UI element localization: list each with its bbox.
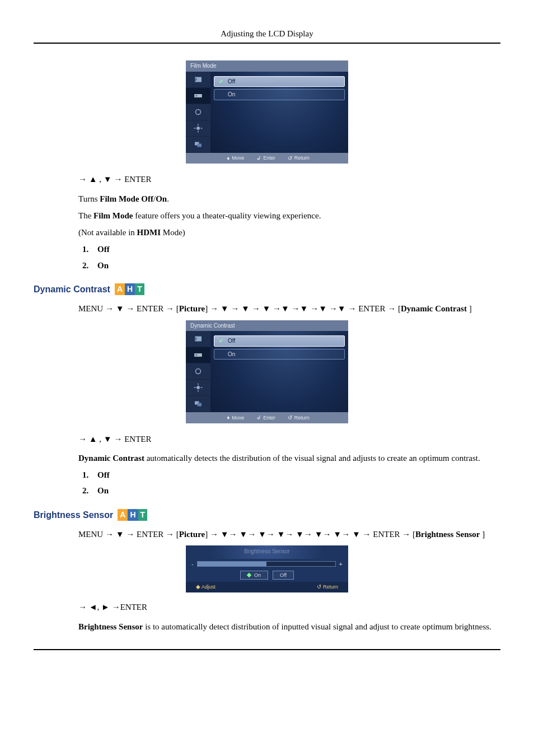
return-icon: ↺ bbox=[288, 414, 292, 422]
osd-option-label: On bbox=[228, 91, 235, 99]
film-mode-desc-3: (Not available in HDMI Mode) bbox=[78, 227, 500, 238]
svg-rect-0 bbox=[194, 94, 202, 97]
osd-option-on[interactable]: On bbox=[214, 349, 345, 360]
osd-brightness-sensor: Brightness Sensor - + On Off ◆ Adjust ↺ … bbox=[34, 545, 500, 592]
osd-title: Film Mode bbox=[186, 60, 348, 72]
nav-instruction: → ▲ , ▼ → ENTER bbox=[78, 174, 500, 185]
aht-badge: AHT bbox=[115, 283, 144, 295]
osd-title: Brightness Sensor bbox=[186, 545, 348, 559]
sidebar-multi-icon bbox=[186, 396, 210, 412]
osd-footer: ◆ Adjust ↺ Return bbox=[186, 582, 348, 593]
dynamic-contrast-desc: Dynamic Contrast automatically detects t… bbox=[78, 452, 500, 464]
svg-point-1 bbox=[196, 95, 198, 96]
adjust-icon: ◆ bbox=[196, 584, 200, 590]
bar-minus: - bbox=[191, 560, 194, 568]
osd-main-panel: ✔Off On bbox=[210, 72, 348, 153]
menu-path-brightness-sensor: MENU → ▼ → ENTER → [Picture] → ▼→ ▼→ ▼→ … bbox=[78, 529, 500, 540]
film-mode-desc-2: The Film Mode feature offers you a theat… bbox=[78, 210, 500, 221]
enter-icon: ↲ bbox=[256, 414, 261, 422]
enter-icon: ↲ bbox=[256, 155, 261, 162]
nav-instruction: → ◄, ► →ENTER bbox=[78, 601, 500, 613]
film-mode-options-list: Off On bbox=[78, 244, 500, 271]
osd-option-label: On bbox=[228, 351, 235, 358]
svg-rect-11 bbox=[198, 403, 202, 407]
osd-option-off[interactable]: ✔Off bbox=[214, 335, 345, 347]
sidebar-picture-icon bbox=[186, 331, 210, 347]
return-icon: ↺ bbox=[317, 584, 321, 590]
osd-footer: ♦Move ↲Enter ↺Return bbox=[186, 153, 348, 164]
svg-point-7 bbox=[196, 354, 198, 356]
osd-option-label: Off bbox=[228, 337, 235, 345]
footer-divider bbox=[34, 649, 500, 650]
dynamic-contrast-options-list: Off On bbox=[78, 469, 500, 497]
svg-rect-6 bbox=[194, 353, 202, 357]
aht-badge: AHT bbox=[118, 509, 147, 521]
svg-point-8 bbox=[196, 369, 201, 374]
move-icon: ♦ bbox=[227, 414, 229, 422]
osd-main-panel: ✔Off On bbox=[210, 331, 348, 412]
bar-plus: + bbox=[339, 560, 343, 568]
move-icon: ♦ bbox=[227, 155, 229, 162]
svg-point-2 bbox=[196, 109, 201, 114]
list-item: On bbox=[91, 485, 500, 496]
sidebar-sound-icon bbox=[186, 104, 210, 120]
section-brightness-sensor: Brightness Sensor AHT bbox=[34, 509, 500, 521]
sidebar-setup-icon bbox=[186, 380, 210, 396]
return-icon: ↺ bbox=[288, 155, 292, 162]
osd-footer: ♦Move ↲Enter ↺Return bbox=[186, 412, 348, 423]
list-item: Off bbox=[91, 244, 500, 255]
section-dynamic-contrast: Dynamic Contrast AHT bbox=[34, 283, 500, 296]
menu-path-dynamic-contrast: MENU → ▼ → ENTER → [Picture] → ▼ → ▼ → ▼… bbox=[78, 303, 500, 314]
brightness-on-button[interactable]: On bbox=[240, 571, 268, 580]
osd-film-mode: Film Mode ✔Off On ♦Move ↲Enter ↺Return bbox=[34, 60, 500, 164]
osd-sidebar bbox=[186, 72, 210, 153]
svg-rect-5 bbox=[198, 143, 202, 147]
page-header: Adjusting the LCD Display bbox=[34, 28, 500, 44]
nav-instruction: → ▲ , ▼ → ENTER bbox=[78, 433, 500, 445]
sidebar-sound-icon bbox=[186, 363, 210, 380]
sidebar-input-icon bbox=[186, 88, 210, 104]
osd-option-label: Off bbox=[228, 78, 235, 86]
osd-dynamic-contrast: Dynamic Contrast ✔Off On ♦Move ↲Enter ↺R… bbox=[34, 320, 500, 423]
svg-point-3 bbox=[196, 127, 200, 130]
osd-title: Dynamic Contrast bbox=[186, 320, 348, 332]
list-item: On bbox=[91, 260, 500, 271]
brightness-sensor-desc: Brightness Sensor is to automatically de… bbox=[78, 621, 500, 632]
film-mode-desc-1: Turns Film Mode Off/On. bbox=[78, 193, 500, 204]
osd-option-off[interactable]: ✔Off bbox=[214, 76, 345, 87]
sidebar-setup-icon bbox=[186, 120, 210, 137]
osd-option-on[interactable]: On bbox=[214, 89, 345, 100]
brightness-off-button[interactable]: Off bbox=[273, 571, 294, 580]
brightness-bar[interactable]: - + bbox=[186, 559, 348, 571]
sidebar-input-icon bbox=[186, 347, 210, 363]
list-item: Off bbox=[91, 469, 500, 480]
osd-sidebar bbox=[186, 331, 210, 412]
svg-point-9 bbox=[196, 386, 200, 389]
sidebar-multi-icon bbox=[186, 137, 210, 153]
sidebar-picture-icon bbox=[186, 72, 210, 88]
